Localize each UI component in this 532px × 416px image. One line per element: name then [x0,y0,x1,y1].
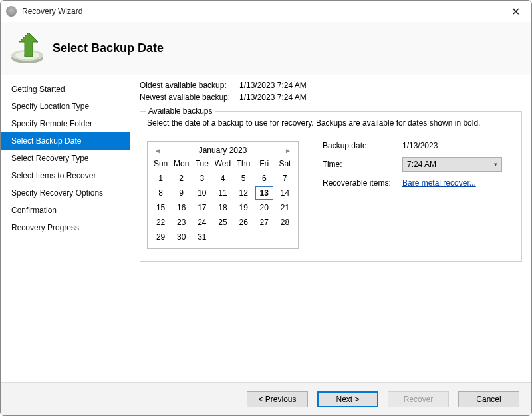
calendar-prev-month-icon[interactable]: ◄ [153,147,162,154]
time-select[interactable]: 7:24 AM ▾ [402,157,502,172]
calendar-day[interactable]: 17 [193,201,211,214]
recoverable-items-label: Recoverable items: [323,178,402,188]
sidebar-item-specify-remote-folder[interactable]: Specify Remote Folder [1,115,130,132]
calendar-dow: Fri [254,158,275,171]
calendar-day[interactable]: 12 [235,186,253,200]
calendar-day[interactable]: 18 [213,201,231,214]
calendar-day[interactable]: 23 [172,216,190,229]
calendar-day[interactable]: 25 [213,216,231,229]
calendar: ◄ January 2023 ► SunMonTueWedThuFriSat 1… [147,141,299,249]
time-label: Time: [323,160,402,169]
next-button[interactable]: Next > [317,391,378,407]
cancel-button[interactable]: Cancel [458,391,519,407]
calendar-day[interactable]: 27 [255,216,273,229]
backup-details: Backup date: 1/13/2023 Time: 7:24 AM ▾ R… [323,141,515,249]
sidebar: Getting StartedSpecify Location TypeSpec… [1,75,130,382]
previous-button[interactable]: < Previous [247,391,308,407]
recoverable-items-link[interactable]: Bare metal recover... [402,178,476,188]
available-backups-legend: Available backups [146,106,215,116]
app-icon [6,6,17,17]
calendar-day[interactable]: 11 [213,186,231,200]
oldest-backup-value: 1/13/2023 7:24 AM [239,81,307,90]
calendar-day[interactable]: 8 [152,186,170,200]
calendar-day[interactable]: 1 [152,172,170,185]
calendar-day[interactable]: 9 [172,186,190,200]
calendar-day[interactable]: 21 [276,201,294,214]
sidebar-item-select-items-to-recover[interactable]: Select Items to Recover [1,167,130,184]
recover-button: Recover [388,391,449,407]
calendar-day[interactable]: 13 [255,186,273,200]
recovery-wizard-window: Recovery Wizard ✕ Select Backup Date Get… [0,0,532,416]
newest-backup-value: 1/13/2023 7:24 AM [239,93,307,102]
sidebar-item-getting-started[interactable]: Getting Started [1,81,130,98]
sidebar-item-select-recovery-type[interactable]: Select Recovery Type [1,150,130,167]
titlebar: Recovery Wizard ✕ [1,1,531,22]
time-select-value: 7:24 AM [407,160,436,169]
calendar-day[interactable]: 5 [235,172,253,185]
oldest-backup-label: Oldest available backup: [140,81,239,90]
sidebar-item-specify-location-type[interactable]: Specify Location Type [1,98,130,115]
backup-date-value: 1/13/2023 [402,141,438,150]
calendar-day[interactable]: 22 [152,216,170,229]
sidebar-item-recovery-progress[interactable]: Recovery Progress [1,219,130,236]
calendar-day[interactable]: 24 [193,216,211,229]
calendar-day[interactable]: 3 [193,172,211,185]
calendar-day[interactable]: 14 [276,186,294,200]
calendar-day[interactable]: 26 [235,216,253,229]
calendar-day[interactable]: 15 [152,201,170,214]
footer: < Previous Next > Recover Cancel [1,382,531,415]
calendar-day[interactable]: 31 [193,230,211,244]
backup-cd-arrow-icon [9,30,46,67]
calendar-dow: Thu [233,158,254,171]
chevron-down-icon: ▾ [494,161,497,168]
page-title: Select Backup Date [53,41,164,55]
window-title: Recovery Wizard [22,7,82,16]
calendar-day[interactable]: 6 [255,172,273,185]
calendar-dow: Sat [275,158,295,171]
available-backups-group: Available backups Select the date of a b… [140,111,522,262]
backup-date-label: Backup date: [323,141,402,150]
sidebar-item-select-backup-date[interactable]: Select Backup Date [1,132,130,150]
calendar-day[interactable]: 29 [152,230,170,244]
newest-backup-label: Newest available backup: [140,93,239,102]
calendar-next-month-icon[interactable]: ► [283,147,293,154]
close-icon[interactable]: ✕ [505,5,526,18]
calendar-day[interactable]: 19 [235,201,253,214]
calendar-day[interactable]: 20 [255,201,273,214]
calendar-day[interactable]: 10 [193,186,211,200]
calendar-day[interactable]: 30 [172,230,190,244]
calendar-day[interactable]: 7 [276,172,294,185]
calendar-dow: Sun [150,158,171,171]
calendar-day[interactable]: 2 [172,172,190,185]
available-backups-desc: Select the date of a backup to use for r… [147,118,515,128]
calendar-day[interactable]: 28 [276,216,294,229]
calendar-day[interactable]: 16 [172,201,190,214]
calendar-month-label: January 2023 [199,146,247,155]
calendar-day[interactable]: 4 [213,172,231,185]
header-area: Select Backup Date [1,22,531,75]
calendar-dow: Wed [212,158,233,171]
content: Oldest available backup: 1/13/2023 7:24 … [130,75,531,382]
calendar-dow: Tue [192,158,212,171]
sidebar-item-specify-recovery-options[interactable]: Specify Recovery Options [1,184,130,202]
sidebar-item-confirmation[interactable]: Confirmation [1,202,130,219]
calendar-dow: Mon [171,158,192,171]
